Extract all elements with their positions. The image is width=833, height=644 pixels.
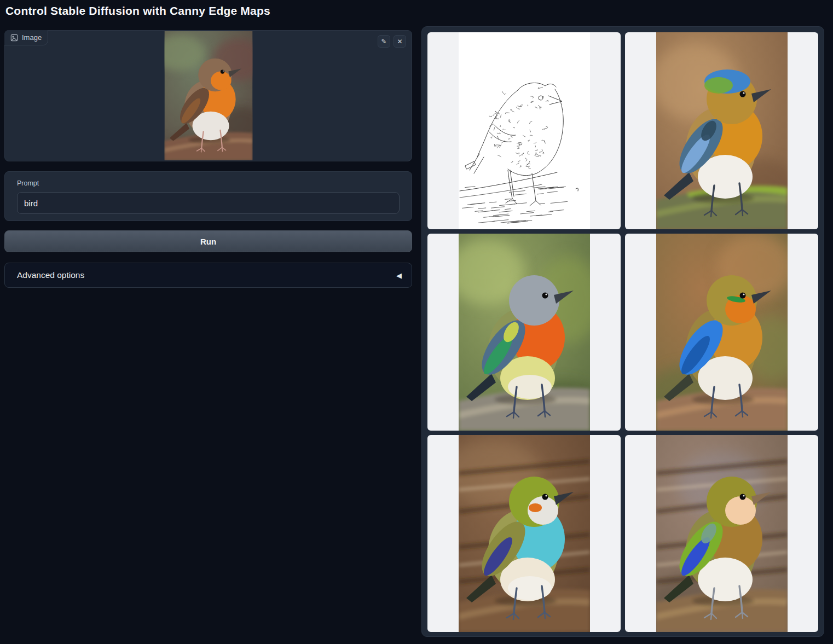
image-upload-block: Image ✎ ✕ — [4, 30, 412, 161]
generated-bird-thumbnail — [459, 234, 590, 431]
gallery-item[interactable] — [427, 435, 621, 632]
advanced-options-label: Advanced options — [17, 270, 84, 280]
image-component-label: Image — [4, 30, 48, 45]
edit-icon: ✎ — [381, 38, 386, 45]
page-title: Control Stable Diffusion with Canny Edge… — [5, 4, 270, 18]
prompt-label: Prompt — [17, 179, 400, 187]
gallery-grid — [427, 32, 818, 631]
app: Control Stable Diffusion with Canny Edge… — [0, 0, 833, 644]
canny-edge-thumbnail — [459, 32, 590, 229]
image-toolbar: ✎ ✕ — [378, 35, 406, 48]
generated-bird-thumbnail — [656, 234, 788, 431]
input-image[interactable] — [164, 31, 252, 160]
close-icon: ✕ — [397, 38, 402, 45]
gallery-item[interactable] — [625, 435, 818, 632]
generated-bird-thumbnail — [459, 435, 590, 632]
image-icon — [10, 34, 18, 42]
gallery-item[interactable] — [625, 32, 818, 229]
collapse-arrow-icon: ◀ — [396, 271, 402, 280]
edit-image-button[interactable]: ✎ — [378, 35, 390, 48]
advanced-options-accordion[interactable]: Advanced options ◀ — [4, 263, 412, 288]
generated-bird-thumbnail — [656, 435, 788, 632]
prompt-input[interactable] — [17, 192, 400, 214]
clear-image-button[interactable]: ✕ — [394, 35, 406, 48]
output-gallery — [421, 26, 824, 637]
gallery-item[interactable] — [625, 234, 818, 431]
gallery-item[interactable] — [427, 234, 621, 431]
gallery-item[interactable] — [427, 32, 621, 229]
image-label-text: Image — [22, 33, 42, 42]
prompt-block: Prompt — [4, 171, 412, 221]
run-button[interactable]: Run — [4, 230, 412, 252]
generated-bird-thumbnail — [656, 32, 788, 229]
